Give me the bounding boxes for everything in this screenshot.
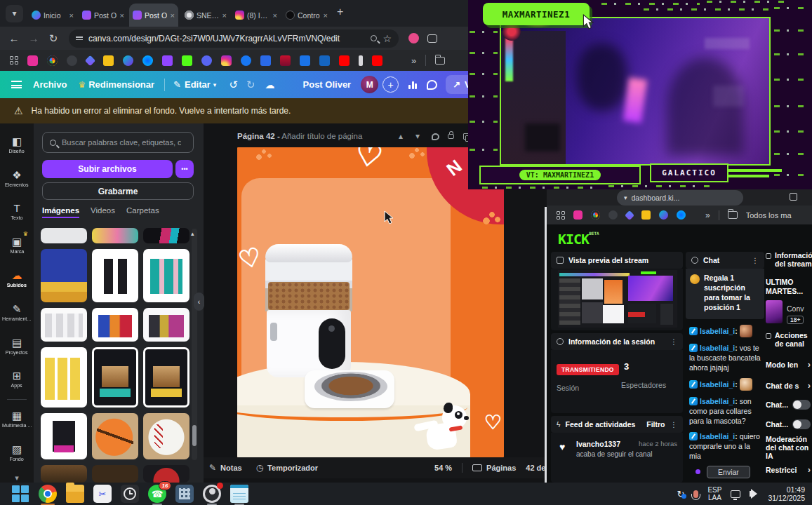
tab-videos[interactable]: Videos <box>91 206 115 218</box>
close-icon[interactable]: × <box>69 11 74 20</box>
comments-icon[interactable] <box>427 80 437 90</box>
tab-post-oliver-1[interactable]: Post O × <box>79 4 128 27</box>
zoom-level[interactable]: 54 % <box>434 464 452 472</box>
scroll-up-icon[interactable]: ▴ <box>191 230 194 237</box>
add-member-button[interactable]: + <box>382 76 399 93</box>
file-explorer-icon[interactable] <box>66 485 84 503</box>
sidebar-item-elementos[interactable]: ❖Elementos <box>0 163 34 195</box>
sidebar-item-multimedia[interactable]: ▦Multimedia ... <box>0 403 34 436</box>
sub-chat-item[interactable]: Chat de s› <box>766 380 811 391</box>
search-input[interactable] <box>62 138 181 147</box>
bookmark-favicon[interactable] <box>201 55 212 66</box>
bookmark-favicon[interactable] <box>123 55 133 66</box>
zoom-icon[interactable] <box>371 35 377 41</box>
notes-button[interactable]: Notas <box>220 464 242 472</box>
upload-thumbnail[interactable] <box>41 308 87 342</box>
tab-imagenes[interactable]: Imágenes <box>42 206 79 218</box>
bookmark-favicon[interactable] <box>339 55 350 66</box>
sidebar-item-proyectos[interactable]: ▤Proyectos <box>0 330 34 363</box>
page-title[interactable]: Página 42 - Añadir título de página <box>237 132 362 140</box>
upload-thumbnail[interactable] <box>41 228 87 243</box>
close-icon[interactable]: × <box>324 11 328 20</box>
upload-thumbnail[interactable] <box>92 228 138 243</box>
pages-button[interactable]: Páginas <box>486 464 516 472</box>
sidebar-item-texto[interactable]: TTexto <box>0 196 34 229</box>
ai-moderation-item[interactable]: Moderación del chat con IA <box>766 435 811 460</box>
record-me-button[interactable]: Grabarme <box>42 182 194 200</box>
bookmark-favicon[interactable] <box>659 210 668 220</box>
sidebar-item-herramientas[interactable]: ✎Herramient... <box>0 297 34 329</box>
new-tab-button[interactable]: + <box>337 6 343 18</box>
sidebar-item-subidos[interactable]: ☁Subidos <box>0 263 34 295</box>
bookmark-favicon[interactable] <box>300 55 310 66</box>
sidebar-item-fondo[interactable]: ▨Fondo <box>0 437 34 469</box>
sidebar-item-apps[interactable]: ⊞Apps <box>0 364 34 396</box>
taskbar-clock[interactable]: 01:4931/12/2025 <box>768 485 805 502</box>
bookmark-favicon[interactable] <box>319 55 330 66</box>
category-thumbnail[interactable] <box>766 300 783 323</box>
bookmark-favicon[interactable] <box>103 55 114 66</box>
bookmark-favicon[interactable] <box>372 55 382 66</box>
filter-button[interactable]: Filtro <box>646 420 665 429</box>
design-page[interactable]: N ♡ ♡ ♡ <box>237 147 504 457</box>
site-settings-icon[interactable] <box>76 36 83 40</box>
bookmarks-overflow-icon[interactable]: » <box>411 55 416 66</box>
language-indicator[interactable]: ESPLAA <box>707 486 721 501</box>
bookmark-favicon[interactable] <box>241 55 251 66</box>
upload-thumbnail[interactable] <box>41 413 87 459</box>
whatsapp-icon[interactable]: ☎16 <box>148 485 166 503</box>
bookmark-favicon[interactable] <box>85 55 96 66</box>
tab-control[interactable]: Contro × <box>282 4 331 27</box>
clock-app-icon[interactable] <box>121 485 139 503</box>
calculator-icon[interactable] <box>175 485 194 503</box>
bookmark-favicon[interactable] <box>182 55 192 66</box>
apps-grid-icon[interactable] <box>557 211 565 220</box>
upload-thumbnail[interactable] <box>143 228 189 243</box>
emoji-picker-icon[interactable] <box>695 469 700 474</box>
slow-mode-item[interactable]: Modo len› <box>766 359 811 370</box>
bookmark-favicon[interactable] <box>162 55 173 66</box>
panel-collapse-handle[interactable]: ‹ <box>194 292 204 311</box>
kebab-icon[interactable]: ⋮ <box>752 256 759 264</box>
upload-thumbnail[interactable] <box>92 413 138 459</box>
start-button[interactable] <box>11 485 29 503</box>
menu-icon[interactable] <box>11 81 22 88</box>
upload-thumbnail[interactable] <box>143 465 189 483</box>
redo-button[interactable]: ↻ <box>246 79 255 91</box>
close-icon[interactable]: × <box>120 11 124 20</box>
extension-icon[interactable] <box>408 33 419 43</box>
tab-search-chevron-icon[interactable]: ▾ <box>6 5 23 22</box>
microphone-tray-icon[interactable] <box>693 490 698 498</box>
bookmark-favicon[interactable] <box>608 210 618 220</box>
sync-tray-icon[interactable]: ↻ <box>677 489 685 499</box>
document-title[interactable]: Post Oliver <box>303 79 352 90</box>
bookmark-favicon[interactable] <box>221 55 232 66</box>
scrollbar-thumb[interactable] <box>192 425 197 446</box>
bookmark-favicon[interactable] <box>641 210 651 220</box>
tab-carpetas[interactable]: Carpetas <box>126 206 159 218</box>
chat-messages[interactable]: Isabellai_i Isabellai_i vos te la buscas… <box>686 322 764 462</box>
page-comment-icon[interactable] <box>432 133 439 142</box>
bookmark-favicon[interactable] <box>47 55 58 66</box>
address-bar[interactable]: canva.com/design/DAGt-2si7W0/UJWv7Kragrr… <box>69 29 399 48</box>
upload-thumbnail[interactable] <box>41 249 87 302</box>
chrome-taskbar-icon[interactable] <box>39 485 57 503</box>
toggle-switch[interactable] <box>792 400 811 410</box>
undo-button[interactable]: ↺ <box>229 79 238 91</box>
bookmark-favicon[interactable] <box>142 55 153 66</box>
page-move-down-icon[interactable]: ▾ <box>415 131 420 141</box>
menu-archivo[interactable]: Archivo <box>33 79 67 90</box>
bookmark-favicon[interactable] <box>591 210 600 220</box>
page-lock-icon[interactable] <box>448 134 454 139</box>
bookmarks-folder-icon[interactable] <box>435 57 445 65</box>
tab-post-oliver-2-active[interactable]: Post O × <box>129 4 178 27</box>
upload-thumbnail[interactable] <box>92 308 138 342</box>
upload-thumbnail[interactable] <box>41 465 87 483</box>
insights-icon[interactable] <box>408 81 417 89</box>
bookmark-star-icon[interactable]: ☆ <box>382 33 392 44</box>
upload-thumbnail[interactable] <box>143 413 189 459</box>
bookmark-favicon[interactable] <box>27 55 38 66</box>
snipping-tool-icon[interactable]: ✂ <box>93 485 112 503</box>
forward-button[interactable]: → <box>24 32 44 44</box>
back-button[interactable]: ← <box>4 32 24 44</box>
